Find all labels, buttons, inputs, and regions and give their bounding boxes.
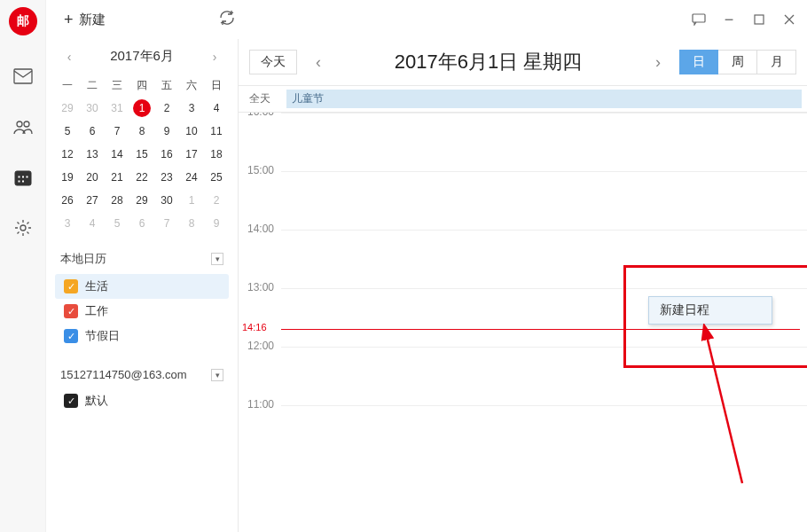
local-calendar-caret[interactable]: ▾: [211, 253, 223, 265]
mini-cal-day[interactable]: 4: [80, 212, 105, 235]
weekday-label: 四: [129, 74, 154, 97]
mini-cal-day[interactable]: 1: [129, 97, 154, 120]
mini-cal-day[interactable]: 5: [105, 212, 129, 235]
contacts-icon[interactable]: [9, 113, 37, 141]
hour-slot[interactable]: [281, 113, 807, 171]
mini-cal-day[interactable]: 21: [105, 166, 129, 189]
mini-cal-day[interactable]: 29: [129, 189, 154, 212]
view-day-tab[interactable]: 日: [679, 50, 718, 74]
mini-cal-day[interactable]: 7: [105, 120, 129, 143]
hour-label: 12:00: [239, 340, 281, 398]
mini-cal-day[interactable]: 8: [179, 212, 204, 235]
svg-rect-10: [693, 14, 705, 22]
svg-rect-4: [18, 176, 20, 178]
mini-cal-day[interactable]: 1: [179, 189, 204, 212]
calendar-icon[interactable]: [9, 163, 37, 192]
svg-rect-11: [755, 15, 764, 24]
mini-cal-day[interactable]: 7: [154, 212, 179, 235]
mini-cal-day[interactable]: 13: [80, 143, 105, 166]
mini-cal-day[interactable]: 23: [154, 166, 179, 189]
mini-cal-day[interactable]: 9: [204, 212, 229, 235]
mini-cal-day[interactable]: 24: [179, 166, 204, 189]
settings-icon[interactable]: [9, 214, 37, 242]
prev-day-button[interactable]: ‹: [306, 50, 331, 74]
hour-label: 11:00: [239, 398, 281, 457]
mini-cal-day[interactable]: 30: [80, 97, 105, 120]
checkbox-icon: ✓: [64, 329, 78, 343]
refresh-icon[interactable]: [219, 10, 235, 29]
mini-cal-day[interactable]: 9: [154, 120, 179, 143]
mini-cal-day[interactable]: 14: [105, 143, 129, 166]
mini-cal-day[interactable]: 29: [55, 97, 80, 120]
mini-cal-day[interactable]: 19: [55, 166, 80, 189]
mini-cal-day[interactable]: 11: [204, 120, 229, 143]
next-day-button[interactable]: ›: [646, 50, 670, 74]
mini-cal-day[interactable]: 31: [105, 97, 129, 120]
context-menu-new-event[interactable]: 新建日程: [648, 296, 772, 325]
hour-slot[interactable]: [281, 230, 807, 288]
calendar-item[interactable]: ✓工作: [55, 299, 229, 324]
date-title: 2017年6月1日 星期四: [340, 49, 637, 75]
mini-cal-day[interactable]: 18: [204, 143, 229, 166]
calendar-item-label: 节假日: [85, 328, 120, 344]
mini-cal-day[interactable]: 15: [129, 143, 154, 166]
hour-slot[interactable]: [281, 171, 807, 230]
view-month-tab[interactable]: 月: [757, 50, 796, 74]
allday-label: 全天: [239, 86, 281, 112]
today-button[interactable]: 今天: [249, 50, 297, 74]
view-week-tab[interactable]: 周: [718, 50, 757, 74]
hour-slot[interactable]: [281, 347, 807, 405]
mini-cal-day[interactable]: 6: [80, 120, 105, 143]
mini-cal-day[interactable]: 3: [179, 97, 204, 120]
new-label: 新建: [79, 12, 106, 28]
weekday-label: 二: [80, 74, 105, 97]
mini-cal-day[interactable]: 8: [129, 120, 154, 143]
maximize-button[interactable]: [752, 12, 766, 27]
weekday-label: 日: [204, 74, 229, 97]
hour-label: 15:00: [239, 164, 281, 223]
prev-month-button[interactable]: ‹: [60, 50, 78, 64]
hour-slot[interactable]: [281, 405, 807, 464]
mini-cal-day[interactable]: 16: [154, 143, 179, 166]
feedback-icon[interactable]: [692, 12, 706, 27]
account-caret[interactable]: ▾: [211, 369, 223, 381]
mini-cal-day[interactable]: 2: [154, 97, 179, 120]
mini-cal-day[interactable]: 6: [129, 212, 154, 235]
allday-event[interactable]: 儿童节: [286, 90, 802, 108]
svg-rect-8: [21, 180, 24, 183]
close-button[interactable]: [782, 12, 796, 27]
mini-cal-day[interactable]: 30: [154, 189, 179, 212]
mini-cal-day[interactable]: 4: [204, 97, 229, 120]
minimize-button[interactable]: −: [722, 12, 736, 27]
mini-cal-day[interactable]: 28: [105, 189, 129, 212]
checkbox-icon: ✓: [64, 279, 78, 293]
checkbox-icon: ✓: [64, 304, 78, 318]
calendar-item[interactable]: ✓默认: [55, 388, 229, 413]
plus-icon: +: [64, 11, 74, 29]
mini-cal-day[interactable]: 5: [55, 120, 80, 143]
mini-cal-day[interactable]: 2: [204, 189, 229, 212]
mini-cal-day[interactable]: 27: [80, 189, 105, 212]
calendar-item[interactable]: ✓节假日: [55, 324, 229, 348]
svg-rect-0: [14, 69, 32, 83]
weekday-label: 一: [55, 74, 80, 97]
calendar-item[interactable]: ✓生活: [55, 274, 229, 299]
now-line: [281, 329, 800, 330]
calendar-item-label: 默认: [85, 393, 108, 409]
mini-cal-day[interactable]: 3: [55, 212, 80, 235]
svg-point-1: [17, 121, 22, 127]
svg-point-9: [20, 225, 26, 231]
weekday-label: 六: [179, 74, 204, 97]
mini-cal-day[interactable]: 12: [55, 143, 80, 166]
mini-cal-day[interactable]: 17: [179, 143, 204, 166]
mini-cal-day[interactable]: 26: [55, 189, 80, 212]
mini-cal-day[interactable]: 10: [179, 120, 204, 143]
mini-cal-day[interactable]: 20: [80, 166, 105, 189]
mini-cal-day[interactable]: 25: [204, 166, 229, 189]
mail-icon[interactable]: [9, 62, 37, 90]
calendar-item-label: 生活: [85, 278, 108, 294]
next-month-button[interactable]: ›: [206, 50, 223, 64]
new-button[interactable]: + 新建: [57, 7, 113, 33]
app-logo: 邮: [9, 7, 37, 35]
mini-cal-day[interactable]: 22: [129, 166, 154, 189]
